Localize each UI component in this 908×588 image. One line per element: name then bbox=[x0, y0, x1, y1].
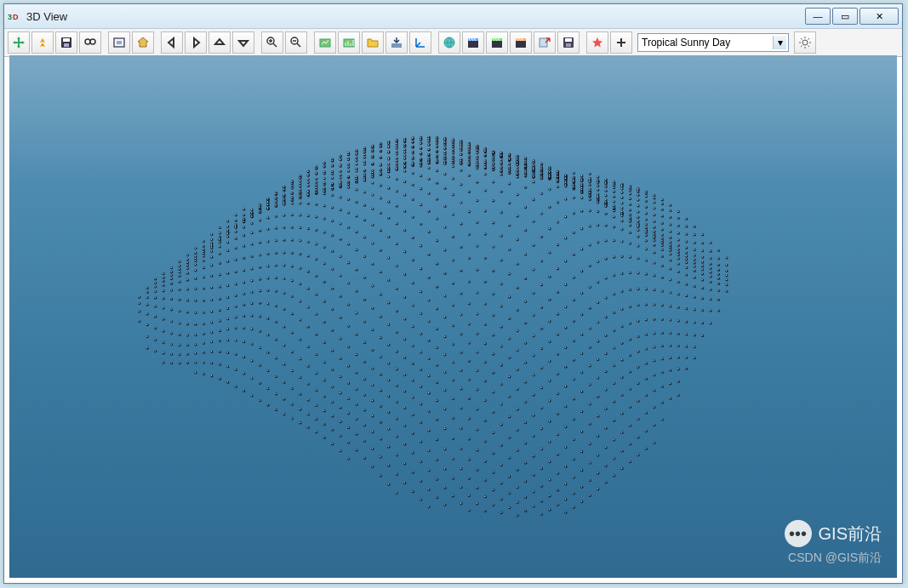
svg-rect-24 bbox=[566, 43, 571, 47]
zoom-in-icon bbox=[266, 36, 279, 49]
chart-tool-button[interactable] bbox=[338, 31, 360, 54]
back-button[interactable] bbox=[161, 31, 183, 54]
forward-arrow-icon bbox=[189, 36, 203, 49]
export-button[interactable] bbox=[534, 31, 556, 54]
chart-tool-icon bbox=[342, 36, 356, 49]
layer-tool-button[interactable] bbox=[314, 31, 336, 54]
main-toolbar: Tropical Sunny Day ▾ bbox=[4, 29, 902, 57]
svg-point-5 bbox=[85, 39, 90, 44]
svg-rect-15 bbox=[468, 41, 478, 48]
chat-bubble-icon: ••• bbox=[785, 520, 812, 547]
svg-rect-13 bbox=[391, 43, 402, 48]
back-arrow-icon bbox=[165, 36, 179, 49]
clapper-b-button[interactable] bbox=[486, 31, 508, 54]
window-title: 3D View bbox=[26, 10, 805, 23]
frame-icon bbox=[112, 36, 126, 49]
settings-icon bbox=[798, 36, 812, 49]
globe-button[interactable] bbox=[438, 31, 460, 54]
svg-rect-4 bbox=[64, 43, 69, 47]
zoom-in-button[interactable] bbox=[261, 31, 283, 54]
forward-button[interactable] bbox=[185, 31, 207, 54]
svg-text:3: 3 bbox=[8, 13, 12, 21]
svg-rect-3 bbox=[63, 38, 70, 42]
app-icon: 3D bbox=[8, 9, 21, 23]
settings-button[interactable] bbox=[794, 31, 816, 54]
star-button[interactable] bbox=[586, 31, 608, 54]
maximize-button[interactable]: ▭ bbox=[832, 8, 858, 25]
folder-open-button[interactable] bbox=[362, 31, 384, 54]
svg-rect-19 bbox=[516, 41, 526, 48]
axes-button[interactable] bbox=[409, 31, 431, 54]
3d-viewport[interactable]: ••• GIS前沿 CSDN @GIS前沿 bbox=[9, 55, 897, 578]
fly-button[interactable] bbox=[31, 31, 54, 54]
clapper-c-icon bbox=[514, 36, 528, 49]
up-button[interactable] bbox=[208, 31, 231, 54]
globe-icon bbox=[443, 36, 456, 49]
clapper-c-button[interactable] bbox=[510, 31, 532, 54]
zoom-out-icon bbox=[289, 36, 303, 49]
svg-point-25 bbox=[802, 40, 808, 45]
export-arrow-icon bbox=[538, 36, 551, 49]
svg-rect-17 bbox=[492, 41, 502, 48]
environment-dropdown[interactable]: Tropical Sunny Day ▾ bbox=[637, 33, 789, 52]
find-button[interactable] bbox=[79, 31, 101, 54]
plus-icon bbox=[614, 36, 628, 49]
up-arrow-icon bbox=[213, 36, 226, 49]
floppy-button[interactable] bbox=[557, 31, 580, 54]
window-controls: — ▭ ✕ bbox=[805, 8, 899, 25]
find-icon bbox=[83, 36, 97, 49]
fly-icon bbox=[36, 36, 49, 49]
floppy-icon bbox=[562, 36, 575, 49]
layer-tool-icon bbox=[318, 36, 332, 49]
svg-rect-8 bbox=[117, 41, 122, 44]
pan-icon bbox=[12, 36, 26, 49]
point-cloud-canvas bbox=[9, 55, 897, 578]
import-down-icon bbox=[390, 36, 403, 49]
svg-point-6 bbox=[90, 39, 95, 44]
dropdown-selected-label: Tropical Sunny Day bbox=[642, 37, 773, 49]
save-view-button[interactable] bbox=[55, 31, 77, 54]
chevron-down-icon: ▾ bbox=[773, 36, 786, 49]
home-button[interactable] bbox=[132, 31, 154, 54]
save-icon bbox=[60, 36, 73, 49]
pan-button[interactable] bbox=[8, 31, 30, 54]
zoom-out-button[interactable] bbox=[285, 31, 307, 54]
title-bar[interactable]: 3D 3D View — ▭ ✕ bbox=[4, 4, 902, 29]
axes-icon bbox=[414, 36, 427, 49]
plus-button[interactable] bbox=[610, 31, 632, 54]
minimize-button[interactable]: — bbox=[805, 8, 831, 25]
close-button[interactable]: ✕ bbox=[859, 8, 899, 25]
down-button[interactable] bbox=[232, 31, 254, 54]
watermark-credit: CSDN @GIS前沿 bbox=[788, 551, 882, 566]
watermark-brand: ••• GIS前沿 bbox=[785, 520, 882, 547]
frame-button[interactable] bbox=[108, 31, 130, 54]
watermark-brand-text: GIS前沿 bbox=[819, 522, 882, 545]
star-icon bbox=[591, 36, 604, 49]
import-button[interactable] bbox=[385, 31, 408, 54]
svg-text:D: D bbox=[13, 13, 19, 21]
svg-rect-23 bbox=[565, 38, 572, 42]
clapper-b-icon bbox=[490, 36, 504, 49]
app-window: 3D 3D View — ▭ ✕ bbox=[3, 3, 903, 584]
clapper-a-button[interactable] bbox=[462, 31, 484, 54]
clapper-icon bbox=[466, 36, 480, 49]
down-arrow-icon bbox=[237, 36, 250, 49]
folder-open-icon bbox=[366, 36, 380, 49]
home-icon bbox=[136, 36, 150, 49]
